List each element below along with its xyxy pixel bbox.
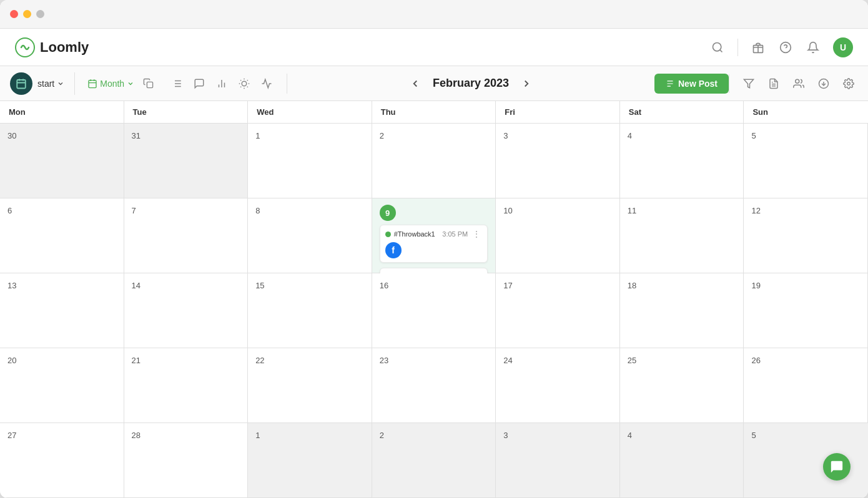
table-row[interactable]: 8 [248, 198, 372, 273]
avatar[interactable]: U [833, 37, 853, 57]
calendar-label[interactable]: start [37, 79, 64, 89]
table-row[interactable]: 1 [248, 124, 372, 198]
month-view-button[interactable]: Month [82, 76, 139, 91]
table-row[interactable]: 16 [372, 273, 496, 348]
table-row[interactable]: 7 [124, 198, 249, 273]
table-row[interactable]: 30 [0, 124, 124, 198]
search-icon[interactable] [710, 40, 725, 55]
day-number: 31 [132, 131, 141, 140]
day-number: 15 [255, 281, 264, 290]
toolbar: start Month [0, 66, 868, 101]
table-row[interactable]: 15 [248, 273, 372, 348]
table-row[interactable]: 21 [124, 348, 249, 423]
table-row[interactable]: 3 [496, 423, 620, 498]
table-row[interactable]: 26 [744, 348, 868, 423]
day-number: 20 [7, 356, 16, 365]
day-number: 1 [255, 431, 260, 440]
table-row[interactable]: 17 [496, 273, 620, 348]
help-icon[interactable] [778, 40, 793, 55]
download-icon[interactable] [814, 74, 833, 93]
idea-view-icon[interactable] [234, 74, 254, 94]
table-row[interactable]: 14 [124, 273, 249, 348]
list-view-icon[interactable] [167, 74, 187, 94]
table-row[interactable]: 5 [744, 423, 868, 498]
gift-icon[interactable] [751, 40, 766, 55]
bell-icon[interactable] [806, 40, 821, 55]
close-button[interactable] [10, 10, 18, 18]
today-number: 9 [380, 205, 396, 221]
table-row[interactable]: 20 [0, 348, 124, 423]
titlebar [0, 0, 868, 29]
calendar-body[interactable]: 30 31 1 2 3 4 5 6 [0, 124, 868, 498]
settings-icon[interactable] [839, 74, 858, 93]
post-social: f [385, 242, 483, 258]
day-number: 2 [380, 131, 384, 140]
table-row[interactable]: 13 [0, 273, 124, 348]
table-row[interactable]: 22 [248, 348, 372, 423]
maximize-button[interactable] [36, 10, 44, 18]
day-number: 22 [255, 356, 264, 365]
post-card[interactable]: #Throwback1 3:05 PM ⋮ f [380, 225, 488, 263]
svg-line-27 [247, 86, 248, 87]
day-number: 5 [751, 131, 756, 140]
copy-button[interactable] [139, 75, 157, 92]
table-row[interactable]: 25 [620, 348, 744, 423]
table-row[interactable]: 24 [496, 348, 620, 423]
table-row[interactable]: 12 [744, 198, 868, 273]
post-card-header: #Throwback1 3:05 PM ⋮ [385, 229, 483, 239]
table-row[interactable]: 4 [620, 423, 744, 498]
day-number: 23 [380, 356, 388, 365]
status-dot-green [385, 232, 391, 237]
notes-icon[interactable] [764, 74, 783, 93]
table-row[interactable]: 2 [372, 423, 496, 498]
next-month-button[interactable] [516, 74, 536, 94]
post-menu-button[interactable]: ⋮ [471, 229, 482, 239]
header-sat: Sat [620, 101, 744, 123]
day-number: 28 [132, 431, 141, 440]
table-row[interactable]: 3 [496, 124, 620, 198]
table-row[interactable]: 28 [124, 423, 249, 498]
table-row[interactable]: 5 [744, 124, 868, 198]
day-number: 4 [628, 131, 632, 140]
chat-view-icon[interactable] [189, 74, 209, 94]
table-row[interactable]: 18 [620, 273, 744, 348]
table-row[interactable]: 19 [744, 273, 868, 348]
day-number: 25 [628, 356, 636, 365]
day-number: 17 [503, 281, 512, 290]
svg-rect-33 [667, 83, 673, 84]
minimize-button[interactable] [23, 10, 31, 18]
table-row[interactable]: 6 [0, 198, 124, 273]
table-row[interactable]: 10 [496, 198, 620, 273]
day-number: 21 [132, 356, 141, 365]
day-number: 11 [628, 206, 636, 215]
day-number: 4 [628, 431, 632, 440]
svg-rect-9 [89, 80, 96, 87]
table-row[interactable]: 2 [372, 124, 496, 198]
new-post-button[interactable]: New Post [654, 74, 729, 94]
toolbar-right [729, 74, 858, 93]
svg-rect-32 [667, 81, 673, 81]
table-row[interactable]: 27 [0, 423, 124, 498]
team-icon[interactable] [789, 74, 808, 93]
svg-point-23 [242, 81, 247, 86]
chart-view-icon[interactable] [212, 74, 232, 94]
today-cell[interactable]: 9 #Throwback1 3:05 PM ⋮ f #Throw [372, 198, 496, 273]
table-row[interactable]: 23 [372, 348, 496, 423]
day-number: 19 [751, 281, 760, 290]
top-nav: Loomly [0, 29, 868, 66]
chat-widget-button[interactable] [823, 453, 851, 481]
header-tue: Tue [124, 101, 249, 123]
svg-rect-5 [17, 80, 26, 89]
day-number: 13 [7, 281, 16, 290]
table-row[interactable]: 4 [620, 124, 744, 198]
filter-icon[interactable] [739, 74, 758, 93]
month-title: February 2023 [433, 77, 509, 90]
table-row[interactable]: 11 [620, 198, 744, 273]
campaign-view-icon[interactable] [257, 74, 277, 94]
toolbar-nav: February 2023 [287, 74, 654, 94]
table-row[interactable]: 31 [124, 124, 249, 198]
svg-point-38 [796, 79, 799, 83]
day-number: 18 [628, 281, 636, 290]
table-row[interactable]: 1 [248, 423, 372, 498]
prev-month-button[interactable] [405, 74, 425, 94]
